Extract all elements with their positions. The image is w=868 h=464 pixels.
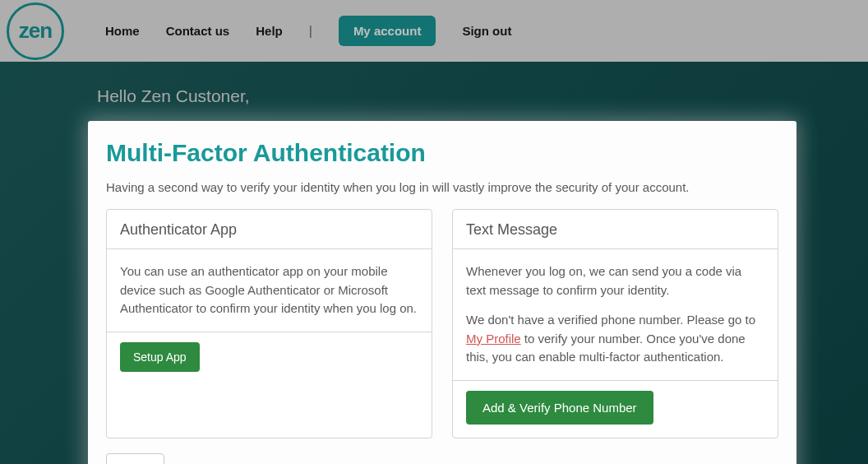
modal-description: Having a second way to verify your ident… [106, 180, 778, 194]
nav-contact[interactable]: Contact us [166, 24, 230, 38]
back-row: Back [106, 453, 778, 465]
text-message-card-text-1: Whenever you log on, we can send you a c… [466, 262, 764, 299]
header-bar: zen Home Contact us Help | My account Si… [0, 0, 868, 62]
nav-help[interactable]: Help [256, 24, 283, 38]
modal-container: Multi-Factor Authentication Having a sec… [88, 121, 796, 464]
nav-home[interactable]: Home [105, 24, 140, 38]
my-profile-link[interactable]: My Profile [466, 332, 521, 346]
brand-logo[interactable]: zen [7, 2, 64, 60]
nav-my-account-button[interactable]: My account [339, 16, 436, 46]
authenticator-card: Authenticator App You can use an authent… [106, 209, 432, 438]
authenticator-card-text: You can use an authenticator app on your… [120, 262, 418, 318]
nav-sign-out[interactable]: Sign out [462, 24, 511, 38]
brand-logo-text: zen [19, 18, 52, 44]
mfa-modal: Multi-Factor Authentication Having a sec… [88, 121, 796, 464]
greeting-text: Hello Zen Custoner, [97, 86, 868, 106]
nav-separator: | [309, 24, 312, 39]
modal-title: Multi-Factor Authentication [106, 139, 778, 167]
text-message-card: Text Message Whenever you log on, we can… [452, 209, 778, 438]
authenticator-card-body: You can use an authenticator app on your… [107, 249, 432, 332]
back-button[interactable]: Back [106, 453, 164, 465]
nav: Home Contact us Help | My account Sign o… [105, 16, 511, 46]
cards-row: Authenticator App You can use an authent… [106, 209, 778, 438]
add-verify-phone-button[interactable]: Add & Verify Phone Number [466, 391, 653, 425]
text-2-prefix: We don't have a verified phone number. P… [466, 313, 755, 327]
text-message-card-title: Text Message [453, 210, 778, 249]
text-message-card-footer: Add & Verify Phone Number [453, 380, 778, 438]
setup-app-button[interactable]: Setup App [120, 342, 200, 372]
text-message-card-body: Whenever you log on, we can send you a c… [453, 249, 778, 380]
authenticator-card-footer: Setup App [107, 332, 432, 385]
authenticator-card-title: Authenticator App [107, 210, 432, 249]
text-message-card-text-2: We don't have a verified phone number. P… [466, 311, 764, 367]
